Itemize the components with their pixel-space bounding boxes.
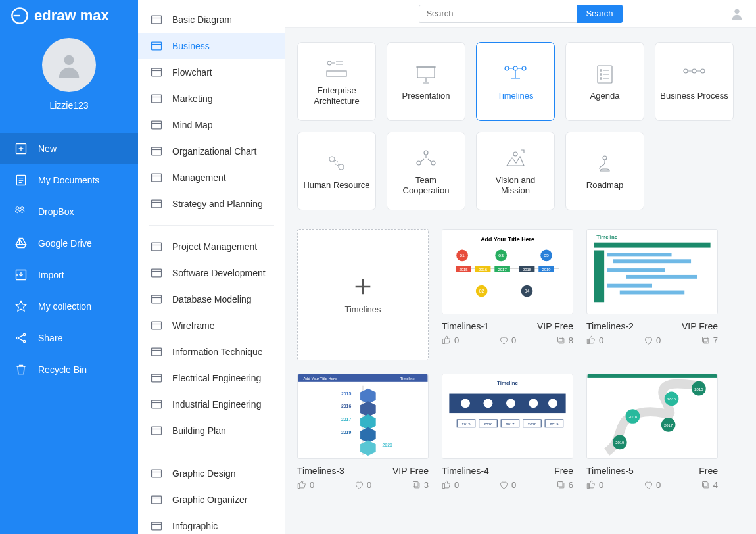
tile-roadmap[interactable]: Roadmap (565, 132, 644, 210)
category-industrial-engineering[interactable]: Industrial Engineering (138, 391, 285, 418)
nav-item-dropbox[interactable]: DropBox (0, 196, 138, 228)
heart-icon (499, 335, 509, 345)
copy-stat[interactable]: 7 (701, 335, 718, 345)
category-label: Marketing (172, 93, 212, 104)
category-panel[interactable]: Basic DiagramBusinessFlowchartMarketingM… (138, 0, 285, 534)
fav-stat[interactable]: 0 (499, 335, 516, 345)
category-building-plan[interactable]: Building Plan (138, 418, 285, 444)
tile-human-resource[interactable]: Human Resource (297, 132, 376, 210)
category-icon (150, 493, 163, 506)
import-icon (14, 268, 28, 281)
category-graphic-organizer[interactable]: Graphic Organizer (138, 487, 285, 513)
heart-icon (354, 480, 364, 490)
svg-text:2015: 2015 (461, 422, 471, 426)
template-timelines-3[interactable]: Add Your Title HereTimeline2015201620172… (297, 374, 429, 490)
tile-enterprise-architecture[interactable]: Enterprise Architecture (297, 42, 376, 121)
fav-stat[interactable]: 0 (499, 480, 516, 490)
tile-vision-and-mission[interactable]: Vision and Mission (476, 132, 555, 210)
nav-item-share[interactable]: Share (0, 322, 138, 354)
category-electrical-engineering[interactable]: Electrical Engineering (138, 365, 285, 391)
avatar[interactable] (42, 38, 96, 92)
category-mind-map[interactable]: Mind Map (138, 112, 285, 138)
category-business[interactable]: Business (138, 33, 285, 59)
fav-stat[interactable]: 0 (354, 480, 371, 490)
nav-item-my-documents[interactable]: My Documents (0, 164, 138, 196)
category-flowchart[interactable]: Flowchart (138, 59, 285, 85)
svg-text:03: 03 (498, 253, 504, 258)
svg-text:2016: 2016 (484, 422, 493, 426)
google-drive-icon (14, 237, 28, 250)
tile-label: Presentation (402, 91, 450, 101)
template-thumb[interactable]: Add Your Title HereTimeline2015201620172… (297, 374, 429, 459)
svg-text:Add Your Title Here: Add Your Title Here (481, 236, 534, 243)
tile-timelines[interactable]: Timelines (476, 42, 555, 121)
copy-stat[interactable]: 8 (556, 335, 573, 345)
category-icon (150, 118, 163, 132)
svg-point-37 (600, 78, 602, 79)
nav-item-new[interactable]: New (0, 133, 138, 164)
svg-point-5 (16, 337, 18, 339)
svg-rect-75 (594, 243, 710, 248)
like-stat[interactable]: 0 (586, 480, 603, 490)
create-thumb[interactable]: Timelines (297, 229, 429, 360)
category-organizational-chart[interactable]: Organizational Chart (138, 138, 285, 164)
like-stat[interactable]: 0 (586, 335, 603, 345)
category-information-technique[interactable]: Information Technique (138, 339, 285, 365)
nav-item-my-collection[interactable]: My collection (0, 291, 138, 322)
template-thumb[interactable]: Timeline20152016201720182019 (442, 374, 573, 459)
copy-stat[interactable]: 4 (701, 480, 718, 490)
category-label: Database Modeling (172, 294, 252, 304)
category-graphic-design[interactable]: Graphic Design (138, 460, 285, 487)
svg-rect-20 (152, 348, 162, 356)
template-create[interactable]: Timelines (297, 229, 429, 360)
svg-point-109 (548, 399, 557, 408)
template-timelines-5[interactable]: 20192018201720162015Timelines-5Free004 (586, 374, 718, 490)
thumbs-up-icon (586, 335, 596, 345)
svg-rect-12 (152, 121, 162, 129)
category-infographic[interactable]: Infographic (138, 513, 285, 534)
tile-business-process[interactable]: Business Process (655, 42, 734, 121)
nav-item-recycle-bin[interactable]: Recycle Bin (0, 354, 138, 385)
template-timelines-1[interactable]: Add Your Title Here010305020420152016201… (442, 229, 573, 360)
tile-presentation[interactable]: Presentation (387, 42, 465, 121)
category-database-modeling[interactable]: Database Modeling (138, 286, 285, 312)
copy-stat[interactable]: 3 (412, 480, 429, 490)
fav-stat[interactable]: 0 (644, 335, 661, 345)
copy-stat[interactable]: 6 (556, 480, 573, 490)
like-stat[interactable]: 0 (442, 480, 459, 490)
svg-text:2019: 2019 (550, 422, 558, 426)
category-management[interactable]: Management (138, 164, 285, 191)
category-basic-diagram[interactable]: Basic Diagram (138, 7, 285, 33)
category-marketing[interactable]: Marketing (138, 85, 285, 112)
category-software-development[interactable]: Software Development (138, 260, 285, 286)
user-icon[interactable] (730, 7, 744, 21)
category-project-management[interactable]: Project Management (138, 233, 285, 260)
svg-text:2016: 2016 (341, 404, 351, 408)
svg-rect-19 (152, 322, 162, 329)
svg-point-105 (461, 399, 470, 408)
tile-agenda[interactable]: Agenda (565, 42, 644, 121)
category-wireframe[interactable]: Wireframe (138, 312, 285, 339)
thumbs-up-icon (586, 480, 596, 490)
search-button[interactable]: Search (577, 5, 622, 23)
nav-label: Import (38, 270, 64, 280)
template-thumb[interactable]: 20192018201720162015 (586, 374, 718, 459)
template-timelines-2[interactable]: TimelineTimelines-2VIP Free007 (586, 229, 718, 360)
template-thumb[interactable]: Timeline (586, 229, 718, 314)
template-thumb[interactable]: Add Your Title Here010305020420152016201… (442, 229, 573, 314)
search-input[interactable] (419, 5, 577, 23)
nav-item-google-drive[interactable]: Google Drive (0, 228, 138, 259)
tile-team-cooperation[interactable]: Team Cooperation (387, 132, 465, 210)
topbar: Search (285, 0, 756, 28)
like-stat[interactable]: 0 (442, 335, 459, 345)
svg-text:2020: 2020 (383, 443, 392, 447)
category-icon (150, 398, 163, 411)
template-timelines-4[interactable]: Timeline20152016201720182019Timelines-4F… (442, 374, 573, 490)
category-strategy-and-planning[interactable]: Strategy and Planning (138, 191, 285, 217)
fav-stat[interactable]: 0 (644, 480, 661, 490)
svg-rect-26 (152, 522, 162, 530)
nav-item-import[interactable]: Import (0, 259, 138, 291)
category-icon (150, 13, 163, 26)
template-badge: VIP Free (682, 321, 718, 331)
like-stat[interactable]: 0 (297, 480, 314, 490)
